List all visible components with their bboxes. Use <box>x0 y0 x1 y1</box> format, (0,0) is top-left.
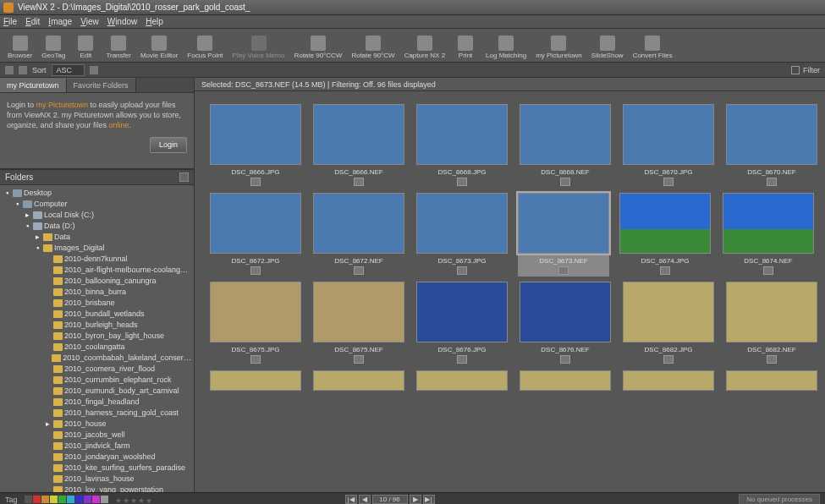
thumbnail[interactable] <box>726 370 817 391</box>
thumbnail[interactable]: DSC_8673.NEF <box>518 191 609 277</box>
tree-item[interactable]: ▸Data <box>34 232 192 243</box>
tool-rotate-90-cw[interactable]: Rotate 90°CW <box>349 35 397 60</box>
tool-browser[interactable]: Browser <box>5 35 35 60</box>
tool-log-matching[interactable]: Log Matching <box>483 35 529 60</box>
thumbnail[interactable]: DSC_8682.NEF <box>726 282 817 364</box>
online-link[interactable]: online <box>109 121 129 129</box>
tool-my-picturetown[interactable]: my Picturetown <box>533 35 585 60</box>
nav-next[interactable]: ▶ <box>410 495 421 504</box>
tool-transfer[interactable]: Transfer <box>103 35 134 60</box>
tree-item[interactable]: ▸2010_house <box>44 419 192 430</box>
thumbnail[interactable] <box>623 370 714 391</box>
thumbnail-badge-icon <box>560 178 570 186</box>
menu-edit[interactable]: Edit <box>25 17 40 26</box>
tool-capture-nx-2[interactable]: Capture NX 2 <box>402 35 448 60</box>
tree-item[interactable]: 2010_kite_surfing_surfers_paradise <box>44 463 192 474</box>
thumbnail[interactable]: DSC_8674.JPG <box>619 193 711 275</box>
tree-item[interactable]: ▸Local Disk (C:) <box>24 210 192 221</box>
thumbnail[interactable]: DSC_8674.NEF <box>723 193 814 275</box>
tree-item[interactable]: 2010_loy_yang_powerstation <box>44 485 192 492</box>
tool-convert-files[interactable]: Convert Files <box>630 35 675 60</box>
tree-item[interactable]: 2010_eumundi_body_art_carnival <box>44 386 192 397</box>
tool-movie-editor[interactable]: Movie Editor <box>138 35 180 60</box>
menu-view[interactable]: View <box>80 17 99 26</box>
tool-icon <box>366 36 381 51</box>
folders-collapse-button[interactable] <box>179 173 189 182</box>
thumbnail[interactable]: DSC_8675.NEF <box>313 282 404 364</box>
tool-icon <box>498 36 514 51</box>
login-button[interactable]: Login <box>150 137 187 152</box>
thumbnail[interactable]: DSC_8673.JPG <box>416 193 508 275</box>
tree-item[interactable]: 2010_harness_racing_gold_coast <box>44 408 192 419</box>
tool-edit[interactable]: Edit <box>72 35 99 60</box>
tree-item[interactable]: 2010_brisbane <box>44 298 192 309</box>
tree-item[interactable]: 2010_fingal_headland <box>44 397 192 408</box>
thumbnail[interactable]: DSC_8675.JPG <box>210 282 301 364</box>
thumbnail-caption: DSC_8675.JPG <box>232 346 280 353</box>
tree-item[interactable]: ▪Computer <box>14 199 192 210</box>
thumbnail[interactable]: DSC_8682.JPG <box>623 282 714 364</box>
tab-favorite-folders[interactable]: Favorite Folders <box>67 78 136 92</box>
tree-item[interactable]: 2010_lavinas_house <box>44 474 192 485</box>
nav-prev[interactable]: ◀ <box>359 495 371 504</box>
tree-item[interactable]: 2010_air-flight-melbourne-coolangatta <box>44 265 192 276</box>
picturetown-link[interactable]: my Picturetown <box>36 101 89 109</box>
tree-item[interactable]: 2010_ballooning_canungra <box>44 276 192 287</box>
filter-toggle[interactable]: Filter <box>791 66 820 74</box>
tree-item[interactable]: 2010_binna_burra <box>44 287 192 298</box>
tree-item[interactable]: 2010_bundall_wetlands <box>44 309 192 320</box>
tree-item[interactable]: ▪Data (D:) <box>24 221 192 232</box>
tool-slideshow[interactable]: SlideShow <box>589 35 626 60</box>
tree-item[interactable]: 2010-denn7kunnal <box>44 254 192 265</box>
tree-item[interactable]: 2010_jondaryan_woolshed <box>44 452 192 463</box>
tree-item[interactable]: 2010_coolangatta <box>44 342 192 353</box>
thumbnail[interactable]: DSC_8666.NEF <box>313 104 404 186</box>
folders-title: Folders <box>5 173 33 182</box>
thumbnail[interactable] <box>210 370 301 391</box>
menu-window[interactable]: Window <box>107 17 138 26</box>
tree-item[interactable]: 2010_jacobs_well <box>44 430 192 441</box>
tree-item[interactable]: ▪Desktop <box>3 188 192 199</box>
thumbnail[interactable]: DSC_8670.JPG <box>623 104 714 186</box>
rating-stars[interactable]: ★★★★★ <box>115 496 152 503</box>
tool-focus-point[interactable]: Focus Point <box>184 35 225 60</box>
tree-item[interactable]: 2010_byron_bay_light_house <box>44 331 192 342</box>
tool-print[interactable]: Print <box>452 35 479 60</box>
nav-last[interactable]: ▶| <box>423 495 435 504</box>
thumbnail[interactable]: DSC_8668.JPG <box>416 104 508 186</box>
thumbnail[interactable] <box>416 370 508 391</box>
thumbnail[interactable]: DSC_8676.NEF <box>520 282 611 364</box>
tree-item[interactable]: ▪Images_Digital <box>34 243 192 254</box>
menu-file[interactable]: File <box>3 17 17 26</box>
tree-item[interactable]: 2010_coombabah_lakeland_conservation_are… <box>44 353 192 364</box>
thumbnail[interactable]: DSC_8670.NEF <box>726 104 817 186</box>
thumbnail[interactable] <box>313 370 404 391</box>
thumbnail[interactable]: DSC_8672.NEF <box>313 193 404 275</box>
nav-first[interactable]: |◀ <box>345 495 357 504</box>
menu-help[interactable]: Help <box>146 17 163 26</box>
thumbnail-caption: DSC_8674.NEF <box>744 257 792 265</box>
tree-item[interactable]: 2010_coomera_river_flood <box>44 364 192 375</box>
thumbnail-image <box>623 282 714 342</box>
tree-item[interactable]: 2010_burleigh_heads <box>44 320 192 331</box>
thumbnail[interactable]: DSC_8676.JPG <box>416 282 508 364</box>
thumbnail[interactable]: DSC_8668.NEF <box>520 104 611 186</box>
tab-picturetown[interactable]: my Picturetown <box>0 78 67 92</box>
menu-image[interactable]: Image <box>48 17 72 26</box>
tool-rotate-90-ccw[interactable]: Rotate 90°CCW <box>291 35 344 60</box>
thumbnail[interactable]: DSC_8672.JPG <box>210 193 301 275</box>
sort-bar: Sort ASC Filter <box>0 63 825 78</box>
tool-play-voice-memo: Play Voice Memo <box>230 35 288 60</box>
tree-item[interactable]: 2010_currumbin_elephant_rock <box>44 375 192 386</box>
sort-dropdown[interactable]: ASC <box>52 64 85 76</box>
thumbnail-caption: DSC_8666.JPG <box>232 168 280 176</box>
thumbnail[interactable]: DSC_8666.JPG <box>210 104 301 186</box>
tool-geotag[interactable]: GeoTag <box>39 35 68 60</box>
tag-swatches[interactable] <box>25 496 108 503</box>
sort-glyph[interactable] <box>90 66 98 74</box>
thumbnail[interactable] <box>520 370 611 391</box>
folder-tree[interactable]: ▪Desktop▪Computer▸Local Disk (C:)▪Data (… <box>0 185 194 492</box>
tree-item[interactable]: 2010_jindvick_farm <box>44 441 192 452</box>
thumbnail-grid[interactable]: DSC_8666.JPGDSC_8666.NEFDSC_8668.JPGDSC_… <box>195 91 825 492</box>
thumbnail-caption: DSC_8668.JPG <box>438 168 487 176</box>
